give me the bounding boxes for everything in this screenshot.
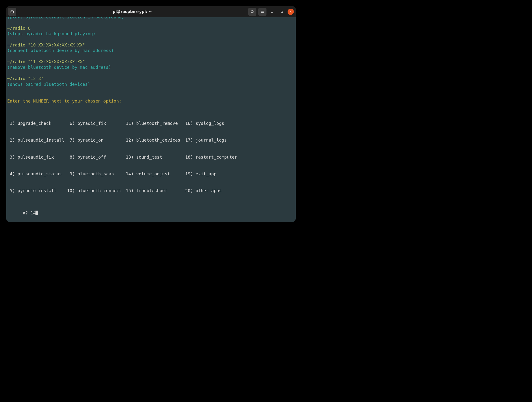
choose-prompt: Enter the NUMBER next to your chosen opt… [7,98,295,104]
new-tab-icon [10,10,14,14]
example-5-cmd: ~/radio "11 XX:XX:XX:XX:XX:XX" [7,59,295,64]
option-6: 6) pyradio_fix [67,120,126,126]
example-6-note: (shows paired bluetooth devices) [7,82,295,87]
example-3-cmd: ~/radio 8 [7,25,295,31]
example-5-note: (remove bluetooth device by mac address) [7,64,295,70]
window-title: pi@raspberrypi: ~ [16,9,248,14]
close-icon [289,10,292,13]
maximize-icon [280,10,284,13]
option-10: 10) bluetooth_connect [67,188,126,193]
option-16: 16) syslog_logs [185,120,295,126]
svg-rect-2 [281,11,283,13]
minimize-button[interactable] [268,8,276,16]
titlebar: pi@raspberrypi: ~ [6,6,296,17]
option-5: 5) pyradio_install [7,188,67,193]
option-9: 9) bluetooth_scan [67,171,126,176]
minimize-icon [271,10,274,13]
option-2: 2) pulseaudio_install [7,137,67,143]
option-12: 12) bluetooth_devices [126,137,185,143]
close-button[interactable] [288,9,294,15]
example-2-note: (plays pyradio default station in backgr… [7,17,295,20]
input-value: 14 [31,210,36,215]
options-grid: 1) upgrade_check 2) pulseaudio_install 3… [7,109,295,205]
option-4: 4) pulseaudio_status [7,171,67,176]
example-3-note: (stops pyradio background playing) [7,31,295,36]
option-19: 19) exit_app [185,171,295,176]
cursor-icon [35,211,38,215]
new-tab-button[interactable] [8,8,16,16]
example-6-cmd: ~/radio "12 3" [7,76,295,81]
option-1: 1) upgrade_check [7,120,67,126]
option-15: 15) troubleshoot [126,188,185,193]
search-icon [250,10,254,14]
scroll-filler [7,221,295,222]
option-18: 18) restart_computer [185,154,295,160]
example-4-note: (connect bluetooth device by mac address… [7,48,295,53]
option-11: 11) bluetooth_remove [126,120,185,126]
option-7: 7) pyradio_on [67,137,126,143]
input-line[interactable]: #? 14 [7,205,295,221]
option-8: 8) pyradio_off [67,154,126,160]
option-20: 20) other_apps [185,188,295,193]
example-4-cmd: ~/radio "10 XX:XX:XX:XX:XX:XX" [7,42,295,48]
maximize-button[interactable] [278,8,286,16]
option-13: 13) sound_test [126,154,185,160]
hamburger-menu-button[interactable] [258,8,266,16]
option-14: 14) volume_adjust [126,171,185,176]
option-3: 3) pulseaudio_fix [7,154,67,160]
option-17: 17) journal_logs [185,137,295,143]
input-prompt: #? [23,210,31,215]
terminal-viewport[interactable]: pi@raspberrypi:~ $ ~/radio PRO TIPS: Sho… [6,17,296,222]
search-button[interactable] [248,8,256,16]
hamburger-icon [260,10,264,14]
terminal-window: pi@raspberrypi: ~ pi@raspberrypi:~ $ ~/r… [6,6,296,222]
svg-point-1 [251,11,253,13]
